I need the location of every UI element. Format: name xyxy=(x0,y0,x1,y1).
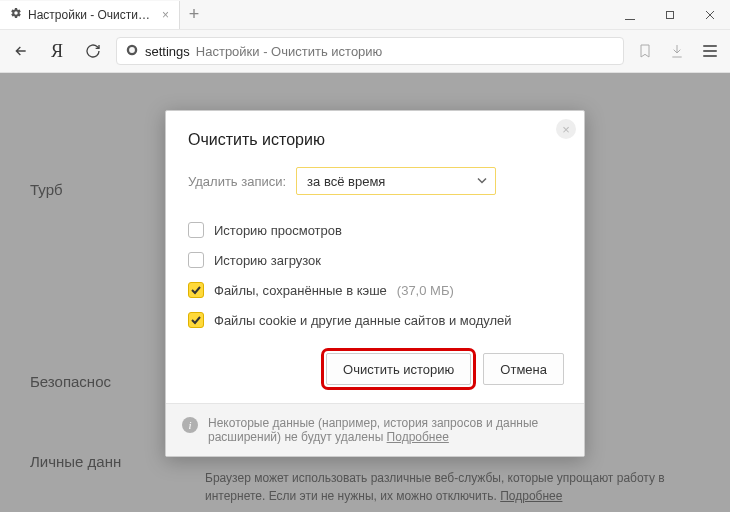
checkbox-browsing-history[interactable] xyxy=(188,222,204,238)
page-footer-link[interactable]: Подробнее xyxy=(500,489,562,503)
page-footer-note: Браузер может использовать различные веб… xyxy=(205,469,710,505)
checkbox-browsing-history-label: Историю просмотров xyxy=(214,223,342,238)
window-minimize-button[interactable] xyxy=(610,0,650,30)
reload-button[interactable] xyxy=(80,38,106,64)
checkbox-cached-files[interactable] xyxy=(188,282,204,298)
back-button[interactable] xyxy=(8,38,34,64)
svg-rect-0 xyxy=(625,19,635,20)
checkbox-cookies[interactable] xyxy=(188,312,204,328)
site-icon xyxy=(125,43,139,60)
checkbox-download-history[interactable] xyxy=(188,252,204,268)
menu-button[interactable] xyxy=(698,45,722,57)
time-range-value: за всё время xyxy=(307,174,385,189)
dialog-footer-link[interactable]: Подробнее xyxy=(387,430,449,444)
checkbox-cached-files-label: Файлы, сохранённые в кэше xyxy=(214,283,387,298)
clear-history-dialog: × Очистить историю Удалить записи: за вс… xyxy=(165,110,585,457)
yandex-icon: Я xyxy=(51,41,63,62)
address-bar[interactable]: settings Настройки - Очистить историю xyxy=(116,37,624,65)
cancel-button[interactable]: Отмена xyxy=(483,353,564,385)
checkbox-download-history-label: Историю загрузок xyxy=(214,253,321,268)
window-close-button[interactable] xyxy=(690,0,730,30)
chevron-down-icon xyxy=(477,174,487,189)
svg-rect-1 xyxy=(667,11,674,18)
svg-point-3 xyxy=(129,47,135,53)
window-restore-button[interactable] xyxy=(650,0,690,30)
tab-title: Настройки - Очистить и xyxy=(28,8,152,22)
address-path: Настройки - Очистить историю xyxy=(196,44,383,59)
downloads-button[interactable] xyxy=(666,40,688,62)
dialog-title: Очистить историю xyxy=(166,111,584,159)
checkbox-cookies-label: Файлы cookie и другие данные сайтов и мо… xyxy=(214,313,512,328)
section-personal-label: Личные данн xyxy=(30,453,121,470)
bookmark-button[interactable] xyxy=(634,40,656,62)
section-security-label: Безопаснос xyxy=(30,373,111,390)
section-turbo-label: Турб xyxy=(30,181,63,198)
close-icon[interactable]: × xyxy=(162,8,169,22)
time-range-label: Удалить записи: xyxy=(188,174,286,189)
yandex-home-button[interactable]: Я xyxy=(44,38,70,64)
address-host: settings xyxy=(145,44,190,59)
new-tab-button[interactable]: + xyxy=(180,1,208,29)
browser-tab[interactable]: Настройки - Очистить и × xyxy=(0,1,180,29)
info-icon: i xyxy=(182,417,198,433)
time-range-select[interactable]: за всё время xyxy=(296,167,496,195)
clear-history-button[interactable]: Очистить историю xyxy=(326,353,471,385)
dialog-footer-text: Некоторые данные (например, история запр… xyxy=(208,416,568,444)
gear-icon xyxy=(10,7,22,22)
dialog-close-button[interactable]: × xyxy=(556,119,576,139)
cache-size: (37,0 МБ) xyxy=(397,283,454,298)
